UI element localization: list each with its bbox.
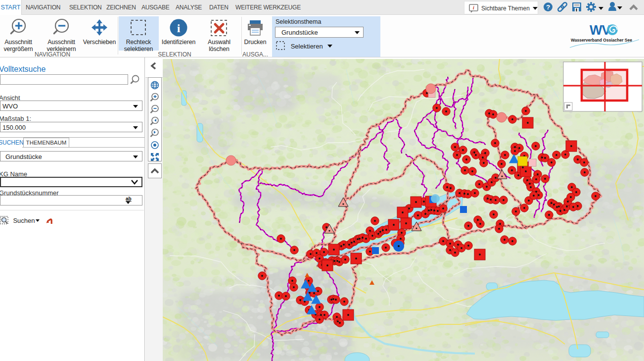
svg-text:i: i <box>473 5 474 10</box>
svg-text:?: ? <box>546 3 550 11</box>
svg-text:Wasserverband Ossiacher See: Wasserverband Ossiacher See <box>571 38 632 43</box>
svg-text:i: i <box>177 22 181 35</box>
